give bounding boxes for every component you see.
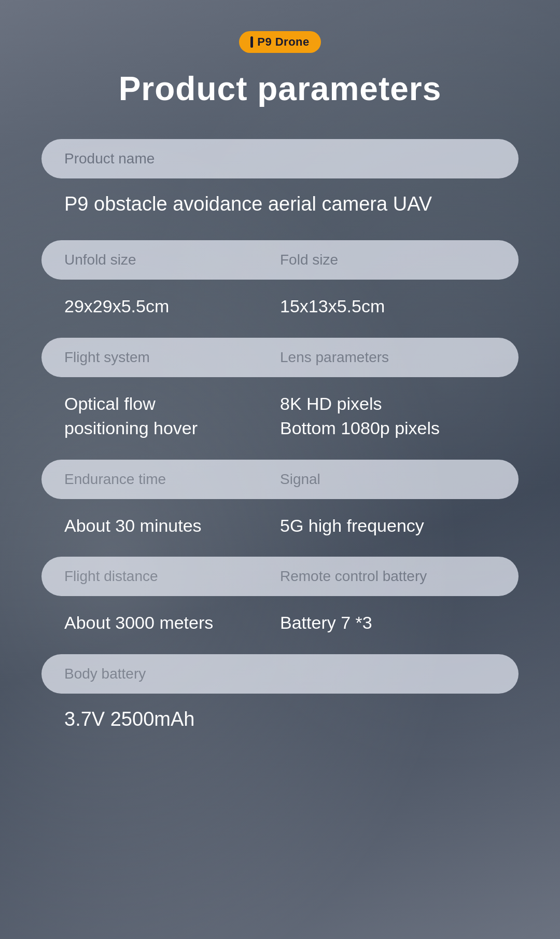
product-badge: P9 Drone — [239, 31, 321, 53]
remote-battery-label: Remote control battery — [280, 568, 496, 585]
flight-distance-battery-values: About 3000 meters Battery 7 *3 — [41, 605, 519, 654]
endurance-time-value: About 30 minutes — [64, 514, 280, 538]
unfold-size-label: Unfold size — [64, 252, 280, 268]
fold-size-value: 15x13x5.5cm — [280, 294, 496, 319]
endurance-time-label: Endurance time — [64, 471, 280, 488]
endurance-signal-values: About 30 minutes 5G high frequency — [41, 508, 519, 557]
size-header-row: Unfold size Fold size — [41, 240, 519, 280]
signal-value: 5G high frequency — [280, 514, 496, 538]
signal-label: Signal — [280, 471, 496, 488]
body-battery-header-row: Body battery — [41, 654, 519, 694]
badge-label: P9 Drone — [257, 35, 310, 49]
product-name-value: P9 obstacle avoidance aerial camera UAV — [41, 188, 519, 240]
flight-distance-battery-header-row: Flight distance Remote control battery — [41, 557, 519, 596]
body-battery-value: 3.7V 2500mAh — [41, 703, 519, 755]
flight-lens-values: Optical flow positioning hover 8K HD pix… — [41, 386, 519, 460]
lens-params-value: 8K HD pixels Bottom 1080p pixels — [280, 392, 496, 441]
size-values: 29x29x5.5cm 15x13x5.5cm — [41, 289, 519, 338]
product-name-header-row: Product name — [41, 139, 519, 178]
unfold-size-value: 29x29x5.5cm — [64, 294, 280, 319]
badge-bar-icon — [250, 36, 253, 48]
params-container: Product name P9 obstacle avoidance aeria… — [41, 139, 519, 755]
remote-battery-value: Battery 7 *3 — [280, 611, 496, 636]
flight-distance-value: About 3000 meters — [64, 611, 280, 636]
flight-system-label: Flight system — [64, 349, 280, 366]
product-name-label: Product name — [64, 150, 496, 167]
flight-lens-header-row: Flight system Lens parameters — [41, 338, 519, 377]
body-battery-label: Body battery — [64, 666, 496, 682]
page-title: Product parameters — [119, 70, 442, 108]
flight-distance-label: Flight distance — [64, 568, 280, 585]
endurance-signal-header-row: Endurance time Signal — [41, 460, 519, 499]
lens-params-label: Lens parameters — [280, 349, 496, 366]
fold-size-label: Fold size — [280, 252, 496, 268]
flight-system-value: Optical flow positioning hover — [64, 392, 280, 441]
